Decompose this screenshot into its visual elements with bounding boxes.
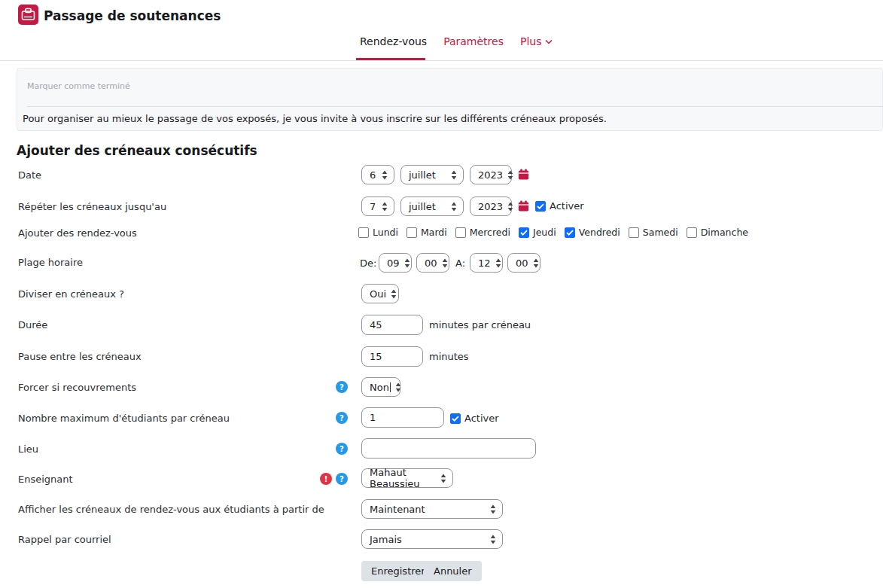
date-month-select[interactable]: juillet: [400, 165, 464, 184]
repeat-enable-label: Activer: [550, 200, 584, 212]
from-hour-select[interactable]: 09: [379, 253, 412, 273]
repeat-enable-checkbox[interactable]: [535, 201, 546, 212]
day-vendredi-item: Vendredi: [565, 227, 620, 238]
force-select[interactable]: Non: [361, 377, 400, 397]
intro-text: Pour organiser au mieux le passage de vo…: [23, 113, 607, 124]
day-lundi-checkbox[interactable]: [358, 227, 369, 238]
help-icon[interactable]: ?: [336, 473, 348, 485]
location-label: Lieu: [18, 443, 38, 455]
repeat-month-select[interactable]: juillet: [400, 197, 464, 216]
day-samedi-checkbox[interactable]: [629, 227, 639, 238]
repeat-day-select[interactable]: 7: [361, 197, 394, 216]
calendar-icon[interactable]: [518, 200, 529, 212]
tab-plus[interactable]: Plus: [520, 35, 553, 47]
repeat-until-label: Répéter les créneaux jusqu'au: [18, 201, 166, 212]
force-label: Forcer si recouvrements: [18, 382, 136, 393]
break-label: Pause entre les créneaux: [18, 351, 142, 362]
teacher-label: Enseignant: [18, 474, 73, 485]
max-students-label: Nombre maximum d'étudiants par créneau: [18, 413, 230, 424]
day-mardi-checkbox[interactable]: [406, 227, 417, 238]
scheduler-module-icon: [18, 5, 38, 25]
tab-rendez-vous[interactable]: Rendez-vous: [360, 35, 427, 47]
max-students-enable-item: Activer: [450, 413, 499, 424]
break-suffix: minutes: [429, 351, 469, 362]
tabbar-divider: [0, 60, 883, 61]
divide-select[interactable]: Oui: [361, 284, 399, 303]
day-vendredi-checkbox[interactable]: [565, 227, 575, 238]
day-jeudi-item: Jeudi: [519, 227, 556, 238]
to-minute-select[interactable]: 00: [507, 253, 540, 273]
page-title: Passage de soutenances: [44, 8, 221, 23]
date-day-select[interactable]: 6: [361, 165, 394, 184]
max-students-input[interactable]: [361, 407, 444, 428]
help-icon[interactable]: ?: [336, 443, 348, 455]
divide-label: Diviser en créneaux ?: [18, 288, 124, 300]
from-minute-select[interactable]: 00: [416, 253, 449, 273]
day-lundi-item: Lundi: [358, 227, 398, 238]
panel-divider: [27, 106, 883, 107]
date-year-select[interactable]: 2023: [470, 165, 512, 184]
display-from-select[interactable]: Maintenant: [361, 499, 503, 519]
day-jeudi-checkbox[interactable]: [519, 227, 529, 238]
day-dimanche-item: Dimanche: [687, 227, 748, 238]
day-mardi-item: Mardi: [406, 227, 447, 238]
day-mercredi-item: Mercredi: [455, 227, 510, 238]
max-students-enable-label: Activer: [464, 413, 499, 424]
to-label: A:: [455, 257, 465, 269]
tab-bar: Rendez-vous Paramètres Plus: [360, 35, 553, 47]
tab-parametres[interactable]: Paramètres: [443, 35, 504, 47]
weekday-checkbox-group: Lundi Mardi Mercredi Jeudi Vendredi Same…: [358, 227, 748, 238]
chevron-down-icon: [545, 39, 553, 44]
form-heading: Ajouter des créneaux consécutifs: [17, 143, 257, 158]
repeat-year-select[interactable]: 2023: [470, 197, 512, 216]
help-icon[interactable]: ?: [336, 412, 348, 424]
time-range-label: Plage horaire: [18, 257, 83, 268]
day-dimanche-checkbox[interactable]: [687, 227, 697, 238]
duration-label: Durée: [18, 319, 47, 331]
required-icon: !: [320, 473, 332, 485]
break-input[interactable]: [361, 346, 423, 367]
help-icon[interactable]: ?: [336, 381, 348, 393]
calendar-icon[interactable]: [518, 169, 529, 180]
max-students-enable-checkbox[interactable]: [450, 413, 461, 424]
from-label: De:: [360, 257, 376, 269]
duration-input[interactable]: [361, 315, 423, 335]
cancel-button[interactable]: Annuler: [424, 561, 482, 581]
day-samedi-item: Samedi: [629, 227, 678, 238]
location-input[interactable]: [361, 438, 536, 459]
completion-status[interactable]: Marquer comme terminé: [27, 81, 130, 91]
reminder-select[interactable]: Jamais: [361, 529, 503, 549]
teacher-select[interactable]: Mahaut Beaussieu: [361, 468, 453, 488]
add-appointments-label: Ajouter des rendez-vous: [18, 227, 137, 239]
repeat-enable-item: Activer: [535, 200, 584, 212]
text-cursor: [390, 382, 391, 392]
reminder-label: Rappel par courriel: [18, 534, 111, 545]
date-label: Date: [18, 169, 41, 181]
to-hour-select[interactable]: 12: [470, 253, 503, 273]
duration-suffix: minutes par créneau: [429, 319, 531, 331]
day-mercredi-checkbox[interactable]: [455, 227, 466, 238]
display-from-label: Afficher les créneaux de rendez-vous aux…: [18, 504, 324, 515]
